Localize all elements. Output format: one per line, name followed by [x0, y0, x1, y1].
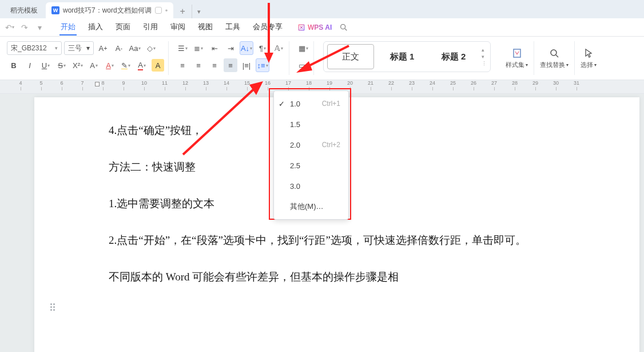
tab-overflow-button[interactable]: ▾	[192, 5, 205, 18]
styles-set-icon	[511, 47, 523, 60]
bold-button[interactable]: B	[7, 58, 21, 72]
tab-label: 稻壳模板	[10, 6, 38, 15]
menu-视图[interactable]: 视图	[197, 19, 214, 35]
style-more-icon[interactable]: ⋮	[482, 61, 487, 66]
highlight-color-button[interactable]: ✎▾	[119, 58, 133, 72]
style-gallery[interactable]: 正文 标题 1 标题 2 ▴ ▾ ⋮	[323, 41, 491, 72]
word-doc-icon: W	[51, 6, 59, 14]
find-replace-button[interactable]: 查找替换▾	[534, 41, 575, 75]
number-list-button[interactable]: ≣▾	[192, 41, 205, 55]
increase-indent-button[interactable]: ⇥	[224, 41, 237, 55]
shading-button[interactable]: ▦▾	[296, 41, 310, 55]
font-size-combo[interactable]: 三号▾	[64, 41, 94, 55]
paragraph-mark-button[interactable]: ¶▾	[256, 41, 269, 55]
change-case-button[interactable]: Aa▾	[128, 41, 142, 55]
tab-close-icon[interactable]: •	[165, 6, 168, 15]
font-color-button[interactable]: A▾	[103, 58, 117, 72]
menu-页面[interactable]: 页面	[114, 19, 132, 35]
svg-line-1	[345, 29, 347, 30]
undo-button[interactable]: ↶▾	[3, 21, 16, 34]
clear-format-button[interactable]: ◇▾	[144, 41, 158, 55]
underline-button[interactable]: U▾	[39, 58, 53, 72]
style-heading2[interactable]: 标题 2	[430, 44, 477, 69]
svg-point-0	[341, 24, 345, 29]
align-right-button[interactable]: ≡	[208, 58, 221, 72]
customize-toolbar-button[interactable]: ▾	[33, 21, 46, 34]
font-name-combo[interactable]: 宋_GB2312▾	[7, 41, 62, 55]
line-spacing-option[interactable]: 3.0	[274, 176, 348, 196]
italic-button[interactable]: I	[23, 58, 37, 72]
tab-label: word技巧7：word文档如何调	[63, 6, 152, 15]
style-heading1[interactable]: 标题 1	[379, 44, 426, 69]
menu-会员专享[interactable]: 会员专享	[252, 19, 284, 35]
paragraph: 2.点击“开始”，在“段落”选项卡中，找到“行距”选项，可快速选择倍数行距，单击…	[109, 230, 588, 251]
styles-set-button[interactable]: 样式集▾	[500, 41, 534, 75]
ribbon-toolbar: 宋_GB2312▾ 三号▾ A+ A- Aa▾ ◇▾ B I U▾ S▾ X²▾…	[0, 37, 644, 80]
drag-handle-icon[interactable]	[50, 303, 57, 310]
ruler-left-indent-icon[interactable]	[95, 82, 100, 86]
decrease-indent-button[interactable]: ⇤	[208, 41, 221, 55]
wps-ai-icon	[297, 23, 305, 31]
redo-button[interactable]: ↷	[18, 21, 31, 34]
decrease-font-button[interactable]: A-	[112, 41, 126, 55]
history-controls: ↶▾ ↷ ▾	[3, 21, 57, 34]
borders-button[interactable]: ▭▾	[296, 58, 310, 72]
cursor-icon	[582, 47, 595, 60]
font-group: 宋_GB2312▾ 三号▾ A+ A- Aa▾ ◇▾ B I U▾ S▾ X²▾…	[3, 41, 169, 75]
svg-line-3	[556, 55, 558, 57]
menu-工具[interactable]: 工具	[224, 19, 241, 35]
strikethrough-button[interactable]: S▾	[55, 58, 69, 72]
line-spacing-option[interactable]: ✓1.0Ctrl+1	[274, 93, 348, 114]
style-normal[interactable]: 正文	[327, 44, 374, 69]
align-justify-button[interactable]: ≡	[224, 58, 237, 72]
page-setup-group: ▦▾ ▭▾	[293, 41, 314, 75]
menu-开始[interactable]: 开始	[59, 19, 77, 35]
character-shading-button[interactable]: A	[151, 58, 165, 72]
menu-引用[interactable]: 引用	[142, 19, 159, 35]
line-spacing-option[interactable]: 其他(M)…	[274, 196, 348, 217]
distributed-align-button[interactable]: |≡|	[240, 58, 253, 72]
font-underline-color-button[interactable]: A▾	[135, 58, 149, 72]
superscript-button[interactable]: X²▾	[71, 58, 85, 72]
line-spacing-option[interactable]: 2.5	[274, 155, 348, 176]
tab-template[interactable]: 稻壳模板	[5, 2, 43, 18]
wps-ai-label: WPS AI	[308, 23, 332, 31]
chat-bubble-icon	[155, 7, 162, 14]
bullet-list-button[interactable]: ☰▾	[176, 41, 189, 55]
tab-bar: 稻壳模板 W word技巧7：word文档如何调 • + ▾	[0, 0, 644, 18]
line-spacing-button[interactable]: ↕≡▾	[256, 58, 269, 72]
select-button[interactable]: 选择▾	[575, 41, 602, 75]
align-center-button[interactable]: ≡	[192, 58, 205, 72]
line-spacing-option[interactable]: 2.0Ctrl+2	[274, 135, 348, 155]
sort-button[interactable]: A↓▾	[240, 41, 253, 55]
style-scroll-down-icon[interactable]: ▾	[482, 54, 487, 60]
magnifier-icon	[339, 23, 348, 32]
line-spacing-option[interactable]: 1.5	[274, 114, 348, 135]
svg-point-2	[551, 50, 556, 56]
paragraph-group: ☰▾ ≣▾ ⇤ ⇥ A↓▾ ¶▾ 𝔸▾ ≡ ≡ ≡ ≡ |≡| ↕≡▾	[172, 41, 289, 75]
text-effect-button[interactable]: A▾	[87, 58, 101, 72]
style-scroll-up-icon[interactable]: ▴	[482, 47, 487, 53]
search-button[interactable]	[339, 22, 349, 33]
line-spacing-dropdown: ✓1.0Ctrl+11.52.0Ctrl+22.53.0其他(M)…	[273, 90, 349, 220]
wps-ai-button[interactable]: WPS AI	[297, 23, 332, 31]
paragraph: 不同版本的 Word 可能会有些许差异，但基本的操作步骤是相	[109, 267, 588, 287]
new-tab-button[interactable]: +	[176, 5, 189, 18]
menu-bar: ↶▾ ↷ ▾ 开始插入页面引用审阅视图工具会员专享 WPS AI	[0, 18, 644, 37]
menu-审阅[interactable]: 审阅	[169, 19, 186, 35]
text-direction-button[interactable]: 𝔸▾	[272, 41, 285, 55]
increase-font-button[interactable]: A+	[96, 41, 110, 55]
menu-插入[interactable]: 插入	[87, 19, 104, 35]
align-left-button[interactable]: ≡	[176, 58, 189, 72]
tab-document[interactable]: W word技巧7：word文档如何调 •	[46, 2, 173, 18]
find-icon	[548, 47, 560, 60]
